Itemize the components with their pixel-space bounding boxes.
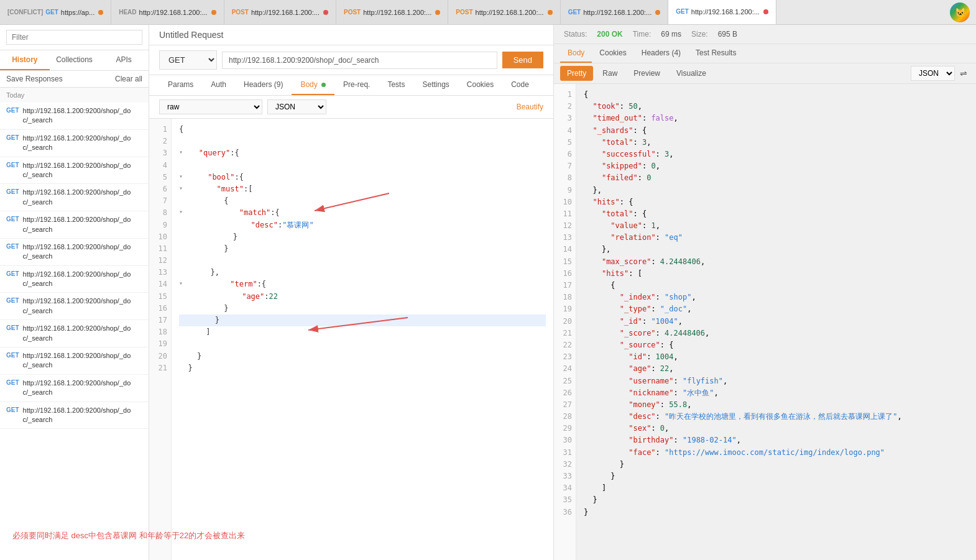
resp-code-line: "age": 22,	[584, 363, 969, 375]
code-line	[179, 160, 546, 172]
tab-code[interactable]: Code	[502, 75, 538, 95]
code-line	[179, 135, 546, 147]
user-avatar[interactable]: 🐱	[950, 2, 970, 22]
resp-tab-body[interactable]: Body	[560, 44, 592, 63]
tab-auth[interactable]: Auth	[202, 75, 235, 95]
tab-params[interactable]: Params	[159, 75, 202, 95]
beautify-button[interactable]: Beautify	[517, 103, 543, 111]
resp-code-line: "relation": "eq"	[584, 232, 969, 244]
sidebar-item-method: GET	[6, 134, 19, 141]
tab-url-post2: http://192.168.1.200:...	[363, 9, 431, 16]
resp-code-line: "successful": 3,	[584, 149, 969, 160]
sidebar-actions: Save Responses Clear all	[0, 71, 149, 88]
code-line: {	[179, 124, 546, 135]
sidebar-item[interactable]: GEThttp://192.168.1.200:9200/shop/_doc/_…	[0, 157, 149, 185]
resp-code-line: ]	[584, 482, 969, 494]
method-select[interactable]: GET POST PUT DELETE	[159, 50, 217, 70]
tab-body[interactable]: Body	[292, 75, 334, 95]
tab-headers[interactable]: Headers (9)	[235, 75, 292, 95]
url-input[interactable]	[222, 52, 497, 69]
resp-wrap-icon[interactable]: ⇌	[957, 66, 970, 81]
resp-tab-headers[interactable]: Headers (4)	[634, 44, 688, 63]
response-area: Status: 200 OK Time: 69 ms Size: 695 B B…	[553, 25, 976, 560]
body-format-select[interactable]: raw form-data x-www-form-urlencoded bina…	[159, 99, 262, 114]
tab-head[interactable]: HEAD http://192.168.1.200:...	[111, 0, 224, 25]
sidebar-item[interactable]: GEThttp://192.168.1.200:9200/shop/_doc/_…	[0, 293, 149, 320]
code-line: }	[179, 303, 546, 314]
resp-subtab-raw[interactable]: Raw	[596, 66, 624, 81]
code-area[interactable]: { ▾ "query":{ ▾ "bool":{▾ "must":[ {▾ "m…	[172, 119, 553, 560]
sidebar-item-url: http://192.168.1.200:9200/shop/_doc/_sea…	[23, 324, 131, 343]
sidebar-item-method: GET	[6, 243, 19, 250]
resp-tab-cookies[interactable]: Cookies	[592, 44, 633, 63]
resp-code-line: "nickname": "水中鱼",	[584, 387, 969, 399]
tab-get1[interactable]: GET http://192.168.1.200:...	[561, 0, 669, 25]
send-button[interactable]: Send	[502, 52, 543, 68]
tab-post2[interactable]: POST http://192.168.1.200:...	[336, 0, 448, 25]
tab-settings[interactable]: Settings	[413, 75, 458, 95]
code-line: },	[179, 267, 546, 278]
code-line	[179, 338, 546, 350]
resp-format-select[interactable]: JSON HTML XML Text	[911, 66, 955, 81]
resp-code-line: "skipped": 0,	[584, 160, 969, 172]
tab-post1[interactable]: POST http://192.168.1.200:...	[224, 0, 336, 25]
code-line	[179, 255, 546, 267]
sidebar-nav: History Collections APIs	[0, 50, 149, 71]
avatar-area: 🐱	[944, 0, 976, 25]
sidebar-item-method: GET	[6, 270, 19, 277]
resp-subtab-visualize[interactable]: Visualize	[670, 66, 713, 81]
save-responses-button[interactable]: Save Responses	[6, 75, 63, 83]
sidebar-item-url: http://192.168.1.200:9200/shop/_doc/_sea…	[23, 379, 131, 398]
clear-all-button[interactable]: Clear all	[115, 75, 142, 83]
sidebar-item[interactable]: GEThttp://192.168.1.200:9200/shop/_doc/_…	[0, 184, 149, 211]
tab-post3[interactable]: POST http://192.168.1.200:...	[448, 0, 560, 25]
resp-code-line: "_id": "1004",	[584, 316, 969, 328]
sidebar-item[interactable]: GEThttp://192.168.1.200:9200/shop/_doc/_…	[0, 402, 149, 429]
tab-bar: [CONFLICT] GET https://ap... HEAD http:/…	[0, 0, 976, 25]
resp-code-area: { "took": 50, "timed_out": false, "_shar…	[576, 84, 976, 560]
sidebar-item[interactable]: GEThttp://192.168.1.200:9200/shop/_doc/_…	[0, 130, 149, 157]
tab-conflict[interactable]: [CONFLICT] GET https://ap...	[0, 0, 111, 25]
resp-tab-test-results[interactable]: Test Results	[688, 44, 744, 63]
resp-subtab-preview[interactable]: Preview	[627, 66, 667, 81]
sidebar-nav-history[interactable]: History	[0, 50, 50, 70]
resp-code-line: "money": 55.8,	[584, 399, 969, 411]
request-area: Untitled Request GET POST PUT DELETE Sen…	[149, 25, 553, 560]
sidebar-filter-area	[0, 25, 149, 50]
sidebar-item[interactable]: GEThttp://192.168.1.200:9200/shop/_doc/_…	[0, 320, 149, 347]
tab-prereq[interactable]: Pre-req.	[334, 75, 379, 95]
filter-input[interactable]	[6, 30, 142, 45]
tab-tests[interactable]: Tests	[379, 75, 413, 95]
sidebar-nav-collections[interactable]: Collections	[50, 50, 99, 70]
sidebar-item-method: GET	[6, 379, 19, 386]
code-line: ▾ "term":{	[179, 278, 546, 290]
sidebar-item[interactable]: GEThttp://192.168.1.200:9200/shop/_doc/_…	[0, 239, 149, 266]
resp-code-line: "_type": "_doc",	[584, 303, 969, 315]
sidebar-item-method: GET	[6, 107, 19, 114]
code-line: }	[179, 362, 546, 374]
sidebar-item[interactable]: GEThttp://192.168.1.200:9200/shop/_doc/_…	[0, 103, 149, 130]
tab-method-post2: POST	[344, 9, 361, 16]
tab-cookies[interactable]: Cookies	[458, 75, 502, 95]
sidebar-item-url: http://192.168.1.200:9200/shop/_doc/_sea…	[23, 161, 131, 180]
code-line: "age":22	[179, 291, 546, 303]
sidebar-item[interactable]: GEThttp://192.168.1.200:9200/shop/_doc/_…	[0, 266, 149, 293]
tab-url-get1: http://192.168.1.200:...	[583, 9, 651, 16]
sidebar-item-method: GET	[6, 216, 19, 223]
sidebar-item[interactable]: GEThttp://192.168.1.200:9200/shop/_doc/_…	[0, 347, 149, 375]
sidebar-item[interactable]: GEThttp://192.168.1.200:9200/shop/_doc/_…	[0, 375, 149, 402]
sidebar-item-url: http://192.168.1.200:9200/shop/_doc/_sea…	[23, 188, 131, 207]
resp-subtab-pretty[interactable]: Pretty	[560, 66, 593, 81]
sidebar-item[interactable]: GEThttp://192.168.1.200:9200/shop/_doc/_…	[0, 211, 149, 239]
resp-code-line: "_source": {	[584, 339, 969, 351]
tab-indicator-get2	[763, 9, 768, 14]
tab-indicator-post3	[548, 10, 553, 15]
status-value: 200 OK	[597, 30, 622, 39]
sidebar-section-today: Today	[0, 88, 149, 103]
body-type-select[interactable]: JSON Text JavaScript HTML XML	[267, 99, 326, 114]
resp-code-line: "birthday": "1988-02-14",	[584, 434, 969, 446]
sidebar: History Collections APIs Save Responses …	[0, 25, 149, 560]
tab-get2[interactable]: GET http://192.168.1.200:...	[668, 0, 776, 25]
code-line: }	[179, 314, 546, 326]
sidebar-nav-apis[interactable]: APIs	[99, 50, 149, 70]
